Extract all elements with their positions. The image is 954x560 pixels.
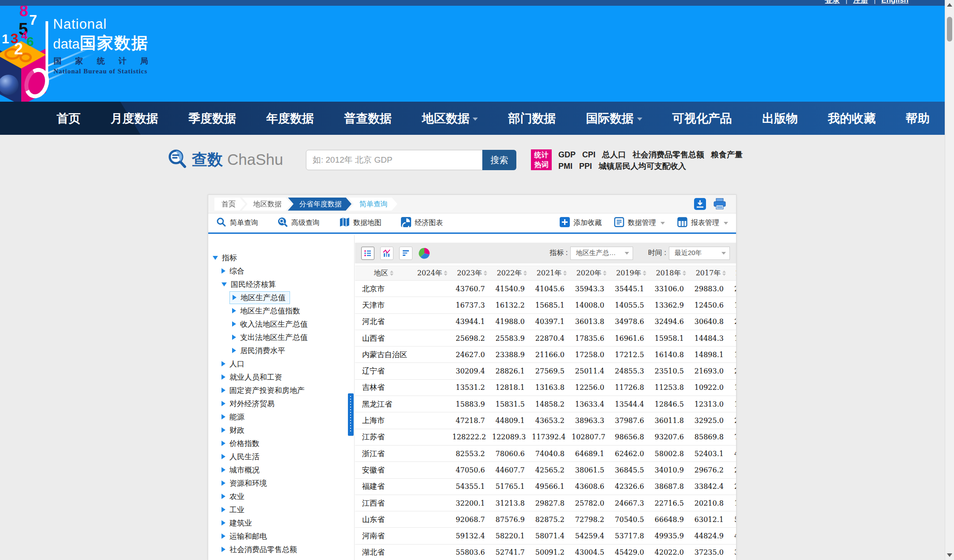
search-input[interactable] [306,150,483,170]
value-cell: 42565.2 [532,466,572,474]
hot-word-GDP[interactable]: GDP [558,150,576,159]
nav-item-国际数据[interactable]: 国际数据 [586,110,642,126]
sort-icon[interactable] [643,270,646,276]
nav-item-我的收藏[interactable]: 我的收藏 [828,110,876,126]
search-button[interactable]: 搜索 [482,150,516,170]
label-colon: : [566,249,568,256]
nav-item-可视化产品[interactable]: 可视化产品 [672,110,732,126]
column-header-2022年[interactable]: 2022年 [492,269,532,278]
indicator-dropdown[interactable]: 地区生产总… [570,247,633,260]
line-chart-view-icon[interactable] [380,247,393,260]
toolbar-添加收藏[interactable]: 添加收藏 [560,217,602,229]
sort-icon[interactable] [523,270,527,276]
tree-item-就业人员和工资[interactable]: 就业人员和工资 [208,370,354,384]
tree-item-指标[interactable]: 指标 [208,251,354,264]
column-header-2019年[interactable]: 2019年 [611,269,651,278]
tree-item-综合[interactable]: 综合 [208,264,354,278]
nav-item-地区数据[interactable]: 地区数据 [422,110,478,126]
tree-item-城市概况[interactable]: 城市概况 [208,463,354,476]
nav-item-月度数据[interactable]: 月度数据 [111,110,158,126]
download-icon[interactable] [694,198,706,210]
chashu-brand[interactable]: 查数 ChaShu [167,149,283,171]
value-cell: 34010.9 [651,466,691,474]
hot-word-CPI[interactable]: CPI [582,150,595,159]
topbar-link-注册[interactable]: 注册 [853,0,868,4]
tree-item-国民经济核算[interactable]: 国民经济核算 [208,278,354,291]
sort-icon[interactable] [603,270,607,276]
hot-word-总人口[interactable]: 总人口 [602,150,626,159]
topbar-link-English[interactable]: English [881,0,908,4]
nav-item-普查数据[interactable]: 普查数据 [344,110,392,126]
breadcrumb-item-分省年度数据[interactable]: 分省年度数据 [288,198,351,211]
page-scrollbar[interactable] [945,0,954,560]
time-dropdown[interactable]: 最近20年 [669,247,730,260]
tree-expanded-icon [213,256,218,260]
hot-word-城镇居民人均可支配收入[interactable]: 城镇居民人均可支配收入 [599,162,686,171]
pie-view-icon[interactable] [418,247,431,259]
scrollbar-thumb[interactable] [947,17,952,42]
tree-item-农业[interactable]: 农业 [208,490,354,503]
tree-item-支出法地区生产总值[interactable]: 支出法地区生产总值 [208,331,354,344]
value-cell: 12256.0 [572,383,611,392]
column-header-2023年[interactable]: 2023年 [452,269,492,278]
nav-item-部门数据[interactable]: 部门数据 [508,110,556,126]
tree-item-对外经济贸易[interactable]: 对外经济贸易 [208,397,354,410]
value-cell: 17212.5 [611,350,651,359]
column-header-2024年[interactable]: 2024年 [412,269,452,278]
tree-item-工业[interactable]: 工业 [208,503,354,516]
toolbar-高级查询[interactable]: 高级查询 [278,217,320,229]
tree-item-人民生活[interactable]: 人民生活 [208,450,354,463]
tree-item-能源[interactable]: 能源 [208,410,354,423]
scroll-up-arrow-icon[interactable] [945,0,954,10]
toolbar-报表管理[interactable]: 报表管理 [677,217,728,229]
nav-item-季度数据[interactable]: 季度数据 [188,110,236,126]
tree-item-居民消费水平[interactable]: 居民消费水平 [208,344,354,357]
value-cell: 30209.4 [452,367,492,375]
column-header-2017年[interactable]: 2017年 [691,269,731,278]
tree-item-地区生产总值指数[interactable]: 地区生产总值指数 [208,304,354,317]
breadcrumb-item-简单查询[interactable]: 简单查询 [348,198,397,211]
nav-item-出版物[interactable]: 出版物 [762,110,798,126]
sort-icon[interactable] [444,270,447,276]
list-view-icon[interactable] [361,247,374,260]
scroll-down-arrow-icon[interactable] [945,550,954,560]
sort-icon[interactable] [683,270,686,276]
toolbar-简单查询[interactable]: 简单查询 [216,217,258,229]
tree-item-财政[interactable]: 财政 [208,423,354,437]
hot-word-PPI[interactable]: PPI [579,162,592,171]
topbar-link-登录[interactable]: 登录 [825,0,840,4]
column-header-2021年[interactable]: 2021年 [532,269,572,278]
tree-item-固定资产投资和房地产[interactable]: 固定资产投资和房地产 [208,384,354,397]
tree-item-资源和环境[interactable]: 资源和环境 [208,476,354,490]
bar-view-icon[interactable] [399,247,412,260]
hot-word-PMI[interactable]: PMI [558,162,572,171]
breadcrumb-item-首页[interactable]: 首页 [214,198,245,211]
toolbar-经济图表[interactable]: 经济图表 [401,217,443,229]
column-header-2020年[interactable]: 2020年 [572,269,611,278]
sort-icon[interactable] [722,270,726,276]
tree-item-社会消费品零售总额[interactable]: 社会消费品零售总额 [208,543,354,556]
hot-word-社会消费品零售总额[interactable]: 社会消费品零售总额 [633,150,704,159]
sort-icon[interactable] [484,270,487,276]
tree-item-收入法地区生产总值[interactable]: 收入法地区生产总值 [208,317,354,331]
print-icon[interactable] [713,198,726,210]
value-cell: 37987.6 [611,416,651,425]
sort-icon[interactable] [563,270,567,276]
sort-icon[interactable] [390,270,393,276]
tree-item-地区生产总值[interactable]: 地区生产总值 [208,291,354,304]
nav-item-首页[interactable]: 首页 [57,110,80,126]
hot-word-粮食产量[interactable]: 粮食产量 [711,150,743,159]
nav-item-帮助[interactable]: 帮助 [906,110,930,126]
column-header-地区[interactable]: 地区 [355,269,412,278]
breadcrumb-item-地区数据[interactable]: 地区数据 [242,198,291,211]
column-header-2016年[interactable]: 2016年 [731,269,736,278]
tree-item-价格指数[interactable]: 价格指数 [208,437,354,450]
tree-item-人口[interactable]: 人口 [208,357,354,370]
toolbar-数据管理[interactable]: 数据管理 [614,217,665,229]
tree-item-建筑业[interactable]: 建筑业 [208,516,354,530]
tree-item-运输和邮电[interactable]: 运输和邮电 [208,530,354,543]
nav-item-年度数据[interactable]: 年度数据 [266,110,314,126]
column-header-2018年[interactable]: 2018年 [651,269,691,278]
tree-scrollbar-thumb[interactable] [348,393,354,436]
toolbar-数据地图[interactable]: 数据地图 [339,217,382,229]
